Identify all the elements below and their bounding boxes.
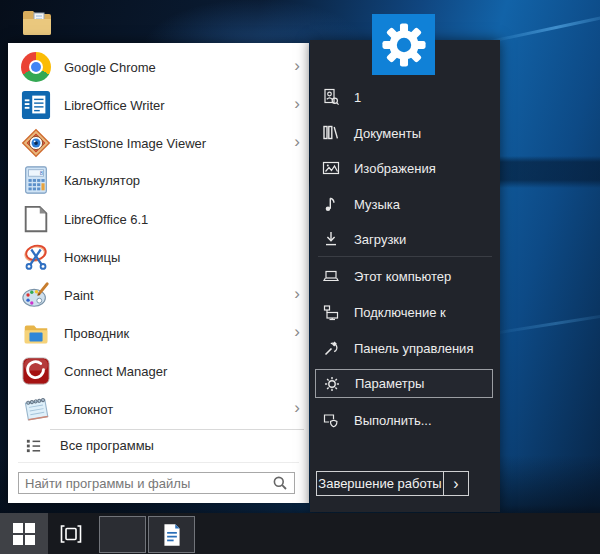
music-icon: [322, 195, 340, 213]
documents-icon: [322, 124, 340, 142]
menu-item-label: Проводник: [64, 326, 129, 341]
task-view-button[interactable]: [48, 513, 94, 554]
chevron-right-icon: ›: [294, 323, 300, 340]
start-menu-item-notepad[interactable]: Блокнот ›: [8, 390, 309, 428]
menu-item-label: Документы: [354, 126, 421, 141]
taskbar: [0, 513, 600, 554]
control-panel-icon: [322, 339, 340, 357]
menu-item-label: Панель управления: [354, 341, 473, 356]
faststone-image-viewer-icon: [20, 127, 52, 159]
menu-item-label: Параметры: [355, 376, 424, 391]
menu-separator: [50, 429, 304, 430]
start-menu-item-calculator[interactable]: 8 Калькулятор: [8, 161, 309, 199]
menu-item-label: Подключение к: [354, 305, 446, 320]
menu-item-label: LibreOffice 6.1: [64, 212, 148, 227]
start-menu-item-libreoffice-writer[interactable]: LibreOffice Writer ›: [8, 86, 309, 124]
start-menu-item-pictures[interactable]: Изображения: [310, 150, 500, 186]
search-area-separator: [18, 462, 299, 463]
start-menu-item-explorer[interactable]: Проводник ›: [8, 314, 309, 352]
file-explorer-icon: [20, 317, 52, 349]
shutdown-options-arrow[interactable]: ›: [444, 471, 469, 496]
start-menu-item-libreoffice[interactable]: LibreOffice 6.1: [8, 200, 309, 238]
connect-to-icon: [322, 303, 340, 321]
all-programs-label: Все программы: [60, 438, 154, 453]
taskbar-writer-button[interactable]: [148, 516, 195, 553]
all-programs-button[interactable]: Все программы: [8, 431, 309, 459]
start-button[interactable]: [0, 513, 48, 554]
chevron-right-icon: ›: [294, 133, 300, 150]
start-menu-item-control-panel[interactable]: Панель управления: [310, 330, 500, 366]
libreoffice-writer-icon: [20, 89, 52, 121]
taskbar-chrome-button[interactable]: [99, 516, 146, 553]
menu-item-label: Изображения: [354, 161, 436, 176]
start-menu-item-this-pc[interactable]: Этот компьютер: [310, 258, 500, 294]
menu-item-label: Этот компьютер: [354, 269, 451, 284]
settings-tile[interactable]: [372, 14, 435, 75]
start-menu-item-settings[interactable]: Параметры: [315, 369, 493, 398]
shutdown-button[interactable]: Завершение работы: [316, 471, 444, 496]
start-menu-item-run[interactable]: Выполнить...: [310, 402, 500, 438]
start-menu-item-paint[interactable]: Paint ›: [8, 276, 309, 314]
start-menu-item-google-chrome[interactable]: Google Chrome ›: [8, 48, 309, 86]
menu-item-label: FastStone Image Viewer: [64, 136, 206, 151]
menu-item-label: Калькулятор: [64, 173, 140, 188]
connect-manager-icon: [20, 355, 52, 387]
chevron-right-icon: ›: [294, 399, 300, 416]
menu-separator: [318, 256, 492, 257]
start-menu-item-music[interactable]: Музыка: [310, 186, 500, 222]
chevron-right-icon: ›: [294, 95, 300, 112]
start-menu-item-faststone[interactable]: FastStone Image Viewer ›: [8, 124, 309, 162]
task-view-icon: [58, 521, 84, 547]
menu-item-label: Ножницы: [64, 250, 120, 265]
start-menu-item-user-files[interactable]: 1: [310, 79, 500, 115]
search-input[interactable]: [25, 476, 272, 491]
calculator-icon: 8: [20, 164, 52, 196]
gear-icon: [381, 22, 427, 68]
menu-item-label: Paint: [64, 288, 94, 303]
menu-item-label: Загрузки: [354, 232, 406, 247]
notepad-icon: [20, 393, 52, 425]
start-menu-item-documents[interactable]: Документы: [310, 115, 500, 151]
menu-item-label: LibreOffice Writer: [64, 98, 165, 113]
start-menu-item-connect-manager[interactable]: Connect Manager: [8, 352, 309, 390]
menu-item-label: Выполнить...: [354, 413, 432, 428]
desktop-folder-icon[interactable]: [20, 4, 54, 38]
svg-text:8: 8: [40, 170, 43, 176]
menu-item-label: Блокнот: [64, 402, 113, 417]
chevron-right-icon: ›: [294, 285, 300, 302]
writer-document-icon: [159, 522, 185, 548]
start-menu-item-connect-to[interactable]: Подключение к: [310, 294, 500, 330]
downloads-icon: [322, 230, 340, 248]
menu-item-label: Музыка: [354, 197, 400, 212]
snipping-tool-icon: [20, 241, 52, 273]
start-menu-item-snipping-tool[interactable]: Ножницы: [8, 238, 309, 276]
search-icon[interactable]: [272, 475, 288, 491]
user-files-icon: [322, 88, 340, 106]
menu-item-label: Connect Manager: [64, 364, 167, 379]
run-icon: [322, 411, 340, 429]
menu-item-label: Google Chrome: [64, 60, 156, 75]
windows-logo-icon: [13, 523, 35, 545]
libreoffice-document-icon: [20, 203, 52, 235]
start-menu-right-panel: 1 Документы Изображения: [310, 40, 500, 512]
shutdown-control: Завершение работы ›: [316, 471, 469, 496]
start-menu-left-panel: Google Chrome › LibreOffice Writer ›: [8, 43, 309, 503]
chevron-right-icon: ›: [453, 475, 458, 493]
menu-item-label: 1: [354, 90, 361, 105]
paint-icon: [20, 279, 52, 311]
chevron-right-icon: ›: [294, 57, 300, 74]
this-pc-icon: [322, 267, 340, 285]
settings-icon: [323, 375, 341, 393]
program-list-icon: [24, 436, 42, 454]
pictures-icon: [322, 159, 340, 177]
start-menu-search-box[interactable]: [18, 472, 295, 494]
chrome-icon: [20, 51, 52, 83]
start-menu-item-downloads[interactable]: Загрузки: [310, 221, 500, 257]
